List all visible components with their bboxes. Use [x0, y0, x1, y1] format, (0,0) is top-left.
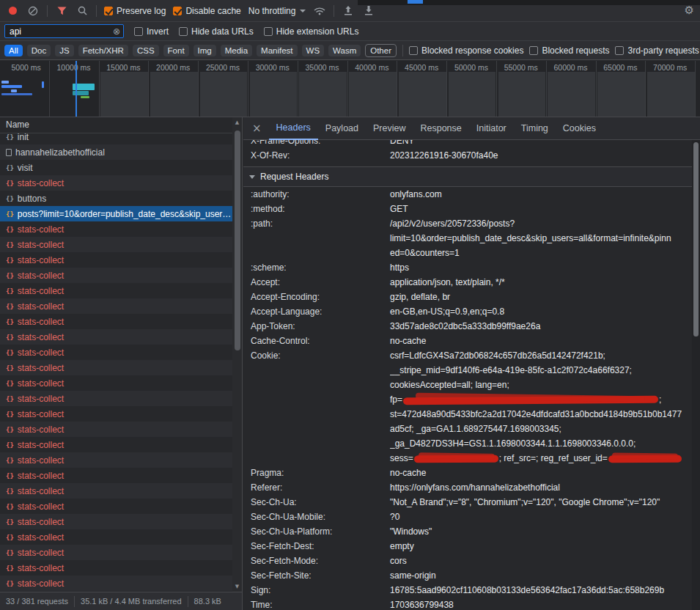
background-window-tab-highlight: [408, 0, 423, 4]
request-row[interactable]: {}stats-collect: [0, 283, 242, 298]
request-row[interactable]: {}stats-collect: [0, 452, 242, 468]
tab-timing[interactable]: Timing: [514, 117, 556, 140]
clear-button[interactable]: [26, 4, 40, 18]
tab-preview[interactable]: Preview: [366, 117, 413, 140]
request-row[interactable]: {}stats-collect: [0, 298, 242, 314]
type-filter-ws[interactable]: WS: [302, 45, 325, 56]
scrollbar-thumb[interactable]: [235, 131, 240, 350]
type-filter-css[interactable]: CSS: [133, 45, 159, 56]
export-har-button[interactable]: [362, 4, 375, 18]
type-filter-doc[interactable]: Doc: [27, 45, 51, 56]
search-button[interactable]: [75, 4, 89, 18]
requests-count: 33 / 381 requests: [0, 596, 75, 607]
request-headers-section-header[interactable]: Request Headers: [243, 166, 692, 187]
network-conditions-button[interactable]: [313, 4, 326, 18]
header-value: no-cache: [390, 466, 692, 480]
filter-button[interactable]: [55, 4, 68, 18]
request-row[interactable]: {}stats-collect: [0, 560, 242, 576]
request-row[interactable]: {}stats-collect: [0, 252, 242, 268]
type-filter-wasm[interactable]: Wasm: [328, 45, 361, 56]
record-button[interactable]: [6, 4, 19, 18]
scroll-up-icon[interactable]: ▲: [232, 117, 242, 128]
disable-cache-checkbox[interactable]: Disable cache: [173, 6, 240, 16]
request-row[interactable]: {}init: [0, 133, 242, 144]
header-row: Cookie:csrf=LdfcGX4Sa72db06824c657db26a5…: [243, 348, 692, 466]
request-row[interactable]: {}stats-collect: [0, 514, 242, 529]
type-filter-media[interactable]: Media: [221, 45, 252, 56]
type-filter-js[interactable]: JS: [55, 45, 73, 56]
request-row[interactable]: {}stats-collect: [0, 576, 242, 591]
type-filter-other[interactable]: Other: [365, 44, 397, 57]
request-row[interactable]: hannahelizabethofficial: [0, 144, 242, 160]
request-row[interactable]: {}stats-collect: [0, 422, 242, 437]
waterfall-bar: [11, 89, 17, 92]
fetch-icon: {}: [6, 210, 14, 218]
tab-cookies[interactable]: Cookies: [556, 117, 603, 140]
request-name: stats-collect: [18, 332, 64, 342]
blocked-requests-checkbox[interactable]: Blocked requests: [529, 45, 609, 56]
request-row[interactable]: {}stats-collect: [0, 499, 242, 514]
blocked-request-icon: {}: [6, 303, 14, 310]
request-row[interactable]: {}stats-collect: [0, 268, 242, 283]
header-value: onlyfans.com: [390, 187, 692, 202]
throttling-dropdown[interactable]: No throttling: [248, 6, 306, 16]
request-row[interactable]: {}stats-collect: [0, 329, 242, 345]
hide-extension-urls-checkbox[interactable]: Hide extension URLs: [264, 26, 359, 37]
request-name: stats-collect: [18, 255, 64, 265]
request-row[interactable]: {}stats-collect: [0, 221, 242, 237]
request-row[interactable]: {}stats-collect: [0, 345, 242, 360]
tab-headers[interactable]: Headers: [269, 117, 318, 140]
request-row[interactable]: {}stats-collect: [0, 360, 242, 375]
scroll-down-icon[interactable]: ▼: [232, 581, 242, 592]
type-filter-manifest[interactable]: Manifest: [257, 45, 297, 56]
type-filter-font[interactable]: Font: [163, 45, 189, 56]
third-party-requests-checkbox[interactable]: 3rd-party requests: [615, 45, 699, 56]
request-row[interactable]: {}stats-collect: [0, 406, 242, 422]
request-row[interactable]: {}stats-collect: [0, 483, 242, 499]
blocked-response-cookies-checkbox[interactable]: Blocked response cookies: [409, 45, 523, 56]
type-filter-img[interactable]: Img: [194, 45, 216, 56]
request-row[interactable]: {}stats-collect: [0, 437, 242, 452]
header-value: en-GB,en-US;q=0.9,en;q=0.8: [390, 304, 692, 319]
disclosure-triangle-icon: [249, 175, 255, 179]
timeline-overview[interactable]: 5000 ms10000 ms15000 ms20000 ms25000 ms3…: [0, 61, 700, 117]
timeline-gridline: [49, 61, 50, 117]
request-row[interactable]: {}stats-collect: [0, 529, 242, 545]
tab-initiator[interactable]: Initiator: [469, 117, 514, 140]
waterfall-bar: [1, 85, 22, 88]
name-column-header[interactable]: Name: [0, 117, 242, 133]
header-value-line: csrf=LdfcGX4Sa72db06824c657db26a5d142472…: [390, 348, 688, 363]
timeline-panel: [349, 72, 397, 117]
filter-input[interactable]: api ⊗: [4, 24, 124, 38]
request-row[interactable]: {}stats-collect: [0, 545, 242, 560]
timeline-tick-label: 30000 ms: [256, 63, 290, 72]
close-icon[interactable]: ×: [246, 122, 269, 135]
request-row[interactable]: {}posts?limit=10&order=publish_date_desc…: [0, 206, 242, 221]
hide-data-urls-checkbox[interactable]: Hide data URLs: [179, 26, 254, 37]
request-row[interactable]: {}stats-collect: [0, 468, 242, 483]
preserve-log-checkbox[interactable]: Preserve log: [104, 6, 166, 16]
redaction-scribble: [414, 455, 498, 463]
checkbox-icon: [615, 46, 624, 55]
request-row[interactable]: {}stats-collect: [0, 314, 242, 329]
tab-response[interactable]: Response: [413, 117, 468, 140]
request-list-scrollbar[interactable]: ▲ ▼: [232, 117, 242, 592]
request-row[interactable]: {}visit: [0, 160, 242, 175]
timeline-panel: [200, 72, 248, 117]
request-row[interactable]: {}stats-collect: [0, 391, 242, 406]
header-value: https: [390, 260, 692, 275]
import-har-button[interactable]: [342, 4, 355, 18]
request-row[interactable]: {}stats-collect: [0, 237, 242, 252]
details-scrollbar[interactable]: [692, 140, 700, 610]
request-row[interactable]: {}buttons: [0, 191, 242, 206]
settings-gear-button[interactable]: ⚙: [685, 5, 694, 16]
blocked-request-icon: {}: [6, 549, 14, 556]
tab-payload[interactable]: Payload: [318, 117, 366, 140]
type-filter-all[interactable]: All: [4, 45, 23, 56]
scrollbar-thumb[interactable]: [693, 142, 699, 337]
request-row[interactable]: {}stats-collect: [0, 375, 242, 391]
type-filter-fetch-xhr[interactable]: Fetch/XHR: [78, 45, 128, 56]
invert-checkbox[interactable]: Invert: [134, 26, 169, 37]
clear-filter-icon[interactable]: ⊗: [113, 27, 120, 36]
request-row[interactable]: {}stats-collect: [0, 175, 242, 191]
